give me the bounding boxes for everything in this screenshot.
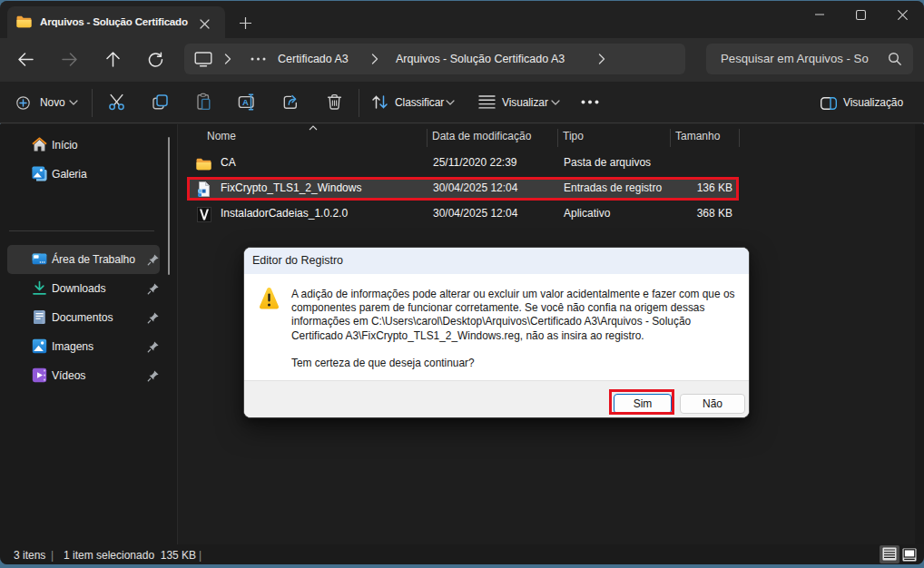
svg-text:A: A — [242, 97, 249, 107]
